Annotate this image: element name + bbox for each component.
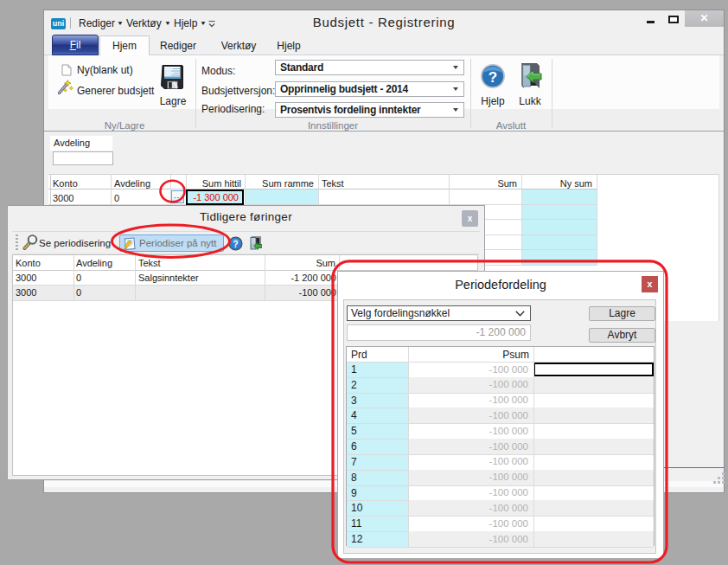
svg-text:?: ? <box>489 69 497 86</box>
svg-text:?: ? <box>233 239 238 249</box>
